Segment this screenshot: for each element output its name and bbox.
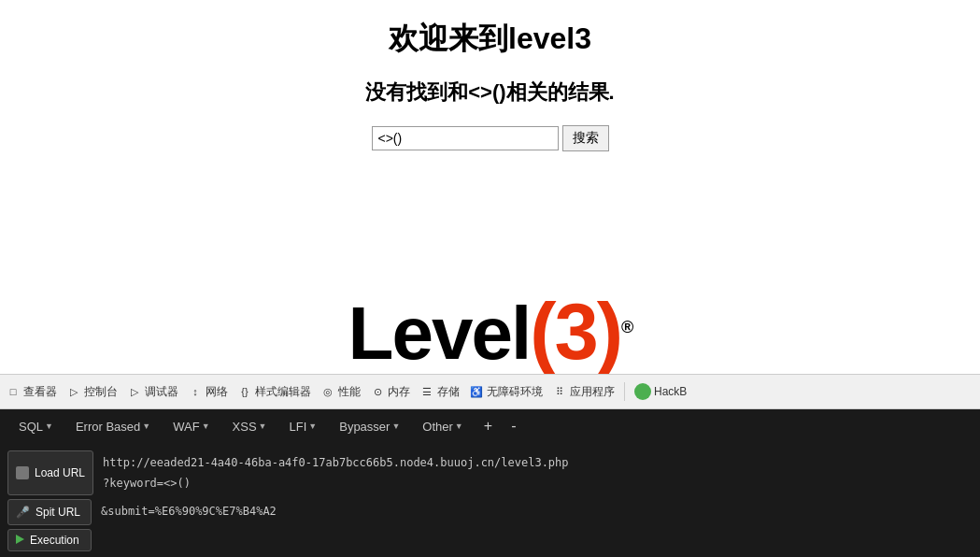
logo-area: Level(3)® xyxy=(0,290,980,374)
xss-arrow: ▼ xyxy=(259,421,267,431)
style-icon: {} xyxy=(237,384,252,399)
lfi-label: LFI xyxy=(290,420,307,434)
network-label: 网络 xyxy=(206,384,228,400)
toolbar-hackbar[interactable]: HackB xyxy=(634,383,687,400)
hackbar-waf[interactable]: WAF ▼ xyxy=(163,416,219,437)
hackbar-minus-button[interactable]: - xyxy=(504,414,523,438)
accessibility-label: 无障碍环境 xyxy=(487,384,543,400)
toolbar-storage[interactable]: ☰ 存储 xyxy=(419,384,460,400)
hackbar-plus-button[interactable]: + xyxy=(476,414,500,438)
logo-l: L xyxy=(348,292,392,374)
load-url-label: Load URL xyxy=(35,466,85,479)
execution-button[interactable]: Execution xyxy=(7,529,92,551)
bottom-panel: Load URL http://eeaded21-4a40-46ba-a4f0-… xyxy=(0,443,980,557)
logo-paren-close: ) xyxy=(597,290,621,374)
main-content: 欢迎来到level3 没有找到和<>()相关的结果. 搜索 xyxy=(0,0,980,290)
url-line3: &submit=%E6%90%9C%E7%B4%A2 xyxy=(92,499,286,525)
lfi-arrow: ▼ xyxy=(308,421,317,431)
other-label: Other xyxy=(422,420,453,434)
apps-icon: ⠿ xyxy=(552,384,567,399)
logo-v: vel xyxy=(432,292,530,374)
hackbar-other[interactable]: Other ▼ xyxy=(413,416,472,437)
load-url-row: Load URL http://eeaded21-4a40-46ba-a4f0-… xyxy=(0,449,980,497)
accessibility-icon: ♿ xyxy=(469,384,484,399)
waf-arrow: ▼ xyxy=(202,421,210,431)
toolbar-apps[interactable]: ⠿ 应用程序 xyxy=(552,384,615,400)
other-arrow: ▼ xyxy=(455,421,463,431)
waf-label: WAF xyxy=(173,420,199,434)
search-input[interactable] xyxy=(372,126,559,150)
bypasser-label: Bypasser xyxy=(339,420,390,434)
hackbar-xss[interactable]: XSS ▼ xyxy=(223,416,277,437)
performance-label: 性能 xyxy=(338,384,361,400)
logo-paren-open: ( xyxy=(530,290,554,374)
hackbar-label: HackB xyxy=(654,385,687,398)
sql-arrow: ▼ xyxy=(45,421,53,431)
console-label: 控制台 xyxy=(84,384,118,400)
spit-url-row: 🎤 Spit URL &submit=%E6%90%9C%E7%B4%A2 xyxy=(0,497,980,527)
logo-registered: ® xyxy=(621,318,632,336)
toolbar-debugger[interactable]: ▷ 调试器 xyxy=(127,384,178,400)
viewer-icon: □ xyxy=(6,384,21,399)
toolbar-accessibility[interactable]: ♿ 无障碍环境 xyxy=(469,384,543,400)
logo-text: Level(3)® xyxy=(348,290,632,374)
logo-3: 3 xyxy=(555,290,597,374)
error-based-arrow: ▼ xyxy=(142,421,150,431)
load-icon xyxy=(16,466,29,479)
hackbar-bypasser[interactable]: Bypasser ▼ xyxy=(330,416,409,437)
apps-label: 应用程序 xyxy=(570,384,615,400)
network-icon: ↕ xyxy=(188,384,203,399)
no-result-text: 没有找到和<>()相关的结果. xyxy=(365,79,614,107)
toolbar-performance[interactable]: ◎ 性能 xyxy=(320,384,361,400)
xss-label: XSS xyxy=(233,420,257,434)
play-icon xyxy=(16,534,24,547)
sql-label: SQL xyxy=(19,420,43,434)
logo-e: e xyxy=(391,292,432,374)
hackbar-menu: SQL ▼ Error Based ▼ WAF ▼ XSS ▼ LFI ▼ By… xyxy=(0,409,980,443)
execution-label: Execution xyxy=(30,534,79,547)
url-line1: http://eeaded21-4a40-46ba-a4f0-17ab7bcc6… xyxy=(93,450,578,475)
storage-label: 存储 xyxy=(437,384,460,400)
search-row: 搜索 xyxy=(372,125,609,151)
mic-icon: 🎤 xyxy=(16,506,30,519)
execution-row: Execution xyxy=(0,527,980,553)
toolbar-memory[interactable]: ⊙ 内存 xyxy=(370,384,410,400)
style-label: 样式编辑器 xyxy=(255,384,311,400)
toolbar-console[interactable]: ▷ 控制台 xyxy=(66,384,118,400)
viewer-label: 查看器 xyxy=(23,384,57,400)
hackbar-error-based[interactable]: Error Based ▼ xyxy=(66,416,160,437)
page-title: 欢迎来到level3 xyxy=(389,19,591,60)
spit-url-label: Spit URL xyxy=(36,506,80,519)
memory-label: 内存 xyxy=(388,384,410,400)
toolbar-network[interactable]: ↕ 网络 xyxy=(188,384,228,400)
browser-toolbar: □ 查看器 ▷ 控制台 ▷ 调试器 ↕ 网络 {} 样式编辑器 ◎ 性能 ⊙ 内… xyxy=(0,374,980,409)
debugger-icon: ▷ xyxy=(127,384,142,399)
hackbar-sql[interactable]: SQL ▼ xyxy=(9,416,63,437)
performance-icon: ◎ xyxy=(320,384,335,399)
toolbar-divider xyxy=(624,382,625,401)
bypasser-arrow: ▼ xyxy=(391,421,400,431)
debugger-label: 调试器 xyxy=(145,384,178,400)
url-display: http://eeaded21-4a40-46ba-a4f0-17ab7bcc6… xyxy=(93,450,578,495)
hackbar-icon xyxy=(634,383,651,400)
spit-url-button[interactable]: 🎤 Spit URL xyxy=(7,499,92,525)
search-button[interactable]: 搜索 xyxy=(562,125,609,151)
memory-icon: ⊙ xyxy=(370,384,385,399)
load-url-button[interactable]: Load URL xyxy=(7,450,93,495)
toolbar-style-editor[interactable]: {} 样式编辑器 xyxy=(237,384,311,400)
error-based-label: Error Based xyxy=(76,420,140,434)
console-icon: ▷ xyxy=(66,384,81,399)
hackbar-lfi[interactable]: LFI ▼ xyxy=(280,416,327,437)
storage-icon: ☰ xyxy=(419,384,434,399)
toolbar-viewer[interactable]: □ 查看器 xyxy=(6,384,57,400)
url-line2: ?keyword=<>() xyxy=(93,475,578,495)
